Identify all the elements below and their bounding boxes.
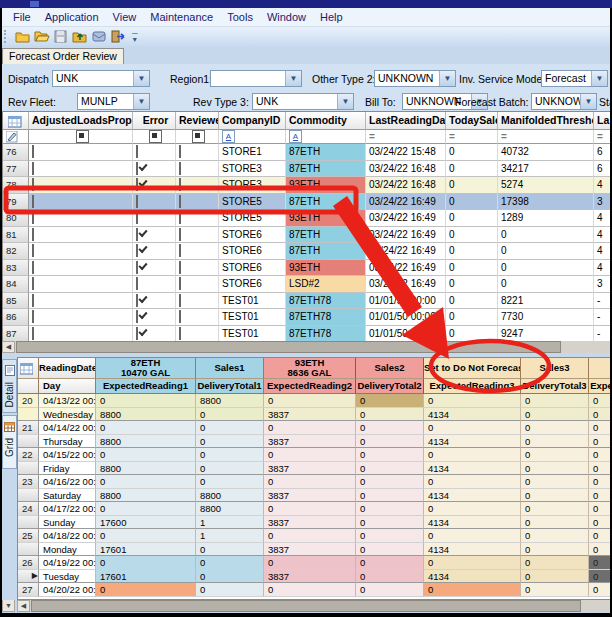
cell-threshold[interactable]: 7730 [498,309,594,326]
column-header-threshold[interactable]: ManifoldedThreshold [498,112,594,130]
cell-value[interactable]: 0 [264,448,356,462]
checkbox-checked[interactable] [136,178,138,191]
cell-value[interactable]: 0 [96,583,196,597]
chevron-down-icon[interactable]: ▼ [337,94,353,109]
checkbox-unchecked[interactable] [32,211,34,224]
cell-value[interactable]: 0 [356,394,424,408]
filter-edit-icon[interactable] [3,130,29,144]
cell-commodity[interactable]: 87ETH [286,144,366,161]
cell-commodity[interactable]: 87ETH78 [286,309,366,326]
cell-value[interactable]: 0 [589,583,611,597]
filter-row1-select-2[interactable]: ▼ [210,70,302,87]
cell-reviewed[interactable] [176,177,219,194]
cell-value[interactable]: 8800 [96,462,196,476]
cell-value[interactable]: 0 [589,421,611,435]
filter-cell-company[interactable]: A [219,130,286,144]
checkbox-checked[interactable] [136,310,138,323]
cell-value[interactable]: 0 [589,448,611,462]
cell-adjusted[interactable] [29,326,133,343]
menu-item-file[interactable]: File [6,9,38,25]
cell-value[interactable]: 0 [424,448,521,462]
cell-company[interactable]: STORE3 [219,177,286,194]
cell-value[interactable]: 0 [356,435,424,449]
chevron-down-icon[interactable]: ▼ [580,94,596,109]
filter-cell-threshold[interactable]: = [498,130,594,144]
cell-value[interactable]: 0 [521,421,589,435]
cell-value[interactable]: 0 [356,529,424,543]
chevron-down-icon[interactable]: ▼ [133,94,149,109]
tab-forecast-order-review[interactable]: Forecast Order Review [2,48,124,64]
checkbox-unchecked[interactable] [32,195,34,208]
cell-value[interactable]: 1 [196,516,264,530]
cell-value[interactable]: 8800 [196,489,264,503]
cell-value[interactable]: 0 [521,583,589,597]
cell-last_reading[interactable]: 01/01/50 00:00 [366,309,446,326]
cell-error[interactable] [133,177,176,194]
cell-value[interactable]: 0 [196,462,264,476]
filter-cell-commodity[interactable]: A [286,130,366,144]
cell-today_sales[interactable]: 0 [446,309,498,326]
scroll-thumb[interactable] [16,341,561,353]
bottom-grid-hscrollbar[interactable]: ◀ [17,600,612,612]
cell-today_sales[interactable]: 0 [446,177,498,194]
cell-threshold[interactable]: 1289 [498,210,594,227]
cell-value[interactable]: 0 [589,529,611,543]
cell-value[interactable]: 0 [264,583,356,597]
menu-item-view[interactable]: View [106,9,144,25]
cell-value[interactable]: 4134 [424,408,521,422]
cell-commodity[interactable]: 87ETH78 [286,326,366,343]
cell-value[interactable]: 0 [589,408,611,422]
cell-value[interactable]: 4134 [424,570,521,584]
menu-item-tools[interactable]: Tools [220,9,260,25]
cell-adjusted[interactable] [29,177,133,194]
cell-company[interactable]: STORE6 [219,227,286,244]
cell-reviewed[interactable] [176,210,219,227]
cell-company[interactable]: STORE5 [219,194,286,211]
cell-reviewed[interactable] [176,243,219,260]
column-header-commodity[interactable]: Commodity [286,112,366,130]
cell-commodity[interactable]: 93ETH [286,260,366,277]
cell-error[interactable] [133,293,176,310]
cell-value[interactable]: 0 [521,475,589,489]
cell-threshold[interactable]: 40732 [498,144,594,161]
checkbox-unchecked[interactable] [136,211,138,224]
sub-header-ExpectedReading2[interactable]: ExpectedReading2 [264,379,356,394]
cell-value[interactable]: 0 [196,408,264,422]
import-icon[interactable] [71,28,88,45]
toolbar-grip[interactable] [4,30,9,43]
scroll-thumb[interactable] [31,600,581,612]
filter-checkbox-icon[interactable] [192,130,205,143]
cell-value[interactable]: 0 [356,502,424,516]
cell-value[interactable]: 0 [264,502,356,516]
cell-value[interactable]: 3837 [264,516,356,530]
cell-reviewed[interactable] [176,309,219,326]
cell-value[interactable]: 0 [356,583,424,597]
cell-last_reading[interactable]: 03/24/22 15:48 [366,144,446,161]
cell-reviewed[interactable] [176,144,219,161]
cell-value[interactable]: 17601 [96,570,196,584]
chevron-down-icon[interactable]: ▼ [439,71,455,86]
cell-value[interactable]: 0 [196,475,264,489]
cell-threshold[interactable]: 34217 [498,161,594,178]
column-header-company[interactable]: CompanyID [219,112,286,130]
equals-filter-icon[interactable]: = [501,131,507,142]
cell-error[interactable] [133,210,176,227]
save-icon[interactable] [52,28,69,45]
chevron-down-icon[interactable]: ▼ [133,71,149,86]
menu-item-help[interactable]: Help [313,9,350,25]
cell-reviewed[interactable] [176,326,219,343]
cell-value[interactable]: 0 [589,462,611,476]
cell-adjusted[interactable] [29,210,133,227]
sub-header-ExpectedReading3[interactable]: ExpectedReading3 [424,379,521,394]
cell-threshold[interactable]: 0 [498,243,594,260]
cell-value[interactable]: 0 [356,543,424,557]
cell-value[interactable]: 0 [589,394,611,408]
menu-item-maintenance[interactable]: Maintenance [143,9,220,25]
cell-value[interactable]: 0 [356,489,424,503]
cell-commodity[interactable]: 87ETH [286,161,366,178]
checkbox-checked[interactable] [136,228,138,241]
cell-reviewed[interactable] [176,276,219,293]
cell-day[interactable]: Monday [39,543,96,557]
cell-value[interactable]: 0 [264,394,356,408]
cell-company[interactable]: STORE1 [219,144,286,161]
